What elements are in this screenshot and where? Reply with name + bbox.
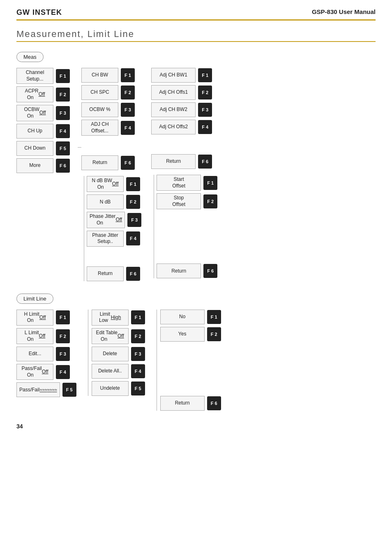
list-item: L LimitOn Off F 2 bbox=[16, 328, 76, 344]
meas-col2b: N dB BWOn Off F 1 N dB F 2 Phase JitterO… bbox=[84, 176, 141, 281]
f5-key[interactable]: F 5 bbox=[56, 141, 70, 155]
list-item: Return F 6 bbox=[151, 154, 217, 169]
f2-key[interactable]: F 2 bbox=[126, 195, 140, 209]
f2-key[interactable]: F 2 bbox=[203, 194, 217, 208]
f6-key[interactable]: F 6 bbox=[207, 396, 221, 410]
list-item: StartOffset F 1 bbox=[157, 175, 217, 191]
chup-label: CH Up bbox=[16, 124, 53, 139]
startoffset-label: StartOffset bbox=[157, 175, 201, 191]
f4-key[interactable]: F 4 bbox=[56, 365, 70, 379]
meas-col2-wrapper: CH BW F 1 CH SPC F 2 OCBW % F 3 ADJ CHOf… bbox=[81, 68, 145, 281]
f6-key[interactable]: F 6 bbox=[56, 159, 70, 173]
empty-row bbox=[81, 138, 141, 153]
f2-key[interactable]: F 2 bbox=[56, 88, 70, 102]
adjchbw2-label: Adj CH BW2 bbox=[151, 102, 196, 117]
return-label: Return bbox=[160, 396, 205, 411]
f4-key[interactable]: F 4 bbox=[131, 364, 145, 378]
list-item: Adj CH Offs2 F 4 bbox=[151, 120, 217, 134]
f3-key[interactable]: F 3 bbox=[198, 103, 212, 117]
passfail-wave-label: Pass/Fail≈≈≈ ≈≈ ≈≈ bbox=[16, 382, 60, 397]
empty-row bbox=[87, 249, 141, 264]
empty-row bbox=[157, 246, 217, 261]
f5-key[interactable]: F 5 bbox=[131, 382, 145, 395]
f5-key[interactable]: F 5 bbox=[62, 383, 76, 397]
manual-title: GSP-830 User Manual bbox=[312, 8, 376, 15]
list-item: CH BW F 1 bbox=[81, 68, 141, 83]
f1-key[interactable]: F 1 bbox=[121, 68, 135, 82]
logo: GW INSTEK bbox=[16, 8, 62, 17]
list-item: Phase JitterSetup.. F 4 bbox=[87, 231, 141, 247]
llimit-label: L LimitOn Off bbox=[16, 328, 53, 344]
list-item: Return F 6 bbox=[81, 155, 141, 170]
limit-col1: H LimitOn Off F 1 L LimitOn Off F 2 Edit… bbox=[16, 310, 76, 398]
f4-key[interactable]: F 4 bbox=[198, 120, 212, 134]
list-item: Return F 6 bbox=[157, 264, 217, 278]
f2-key[interactable]: F 2 bbox=[56, 329, 70, 343]
return-label: Return bbox=[81, 155, 118, 170]
limit-col3: No F 1 Yes F 2 Return F 6 bbox=[157, 310, 221, 411]
list-item: H LimitOn Off F 1 bbox=[16, 310, 76, 326]
limit-col2-wrapper: LimitLow High F 1 Edit TableOn Off F 2 D… bbox=[88, 310, 149, 396]
f4-key[interactable]: F 4 bbox=[121, 121, 135, 135]
return-label: Return bbox=[157, 264, 201, 278]
list-item: Return F 6 bbox=[160, 396, 221, 411]
phasejitter-on-label: Phase JitterOn Off bbox=[87, 212, 125, 228]
f3-key[interactable]: F 3 bbox=[121, 103, 135, 117]
f4-key[interactable]: F 4 bbox=[126, 231, 140, 245]
f2-key[interactable]: F 2 bbox=[198, 86, 212, 99]
undelete-label: Undelete bbox=[92, 381, 129, 396]
f6-key[interactable]: F 6 bbox=[126, 267, 140, 281]
limitlowhigh-label: LimitLow High bbox=[92, 310, 129, 326]
adjchoffs1-label: Adj CH Offs1 bbox=[151, 85, 196, 100]
f2-key[interactable]: F 2 bbox=[207, 327, 221, 341]
f3-key[interactable]: F 3 bbox=[131, 347, 145, 361]
list-item: CH SPC F 2 bbox=[81, 85, 141, 100]
stopoffset-label: StopOffset bbox=[157, 193, 201, 209]
list-item: LimitLow High F 1 bbox=[92, 310, 145, 326]
f3-key[interactable]: F 3 bbox=[56, 106, 70, 120]
meas-col3b: StartOffset F 1 StopOffset F 2 Return F … bbox=[154, 175, 217, 278]
f6-key[interactable]: F 6 bbox=[198, 155, 212, 169]
phasejitter-setup-label: Phase JitterSetup.. bbox=[87, 231, 124, 247]
f1-key[interactable]: F 1 bbox=[126, 177, 140, 191]
empty-row bbox=[160, 361, 221, 376]
meas-section: Meas ChannelSetup... F 1 ACPROn Off F 2 … bbox=[16, 52, 376, 281]
f4-key[interactable]: F 4 bbox=[56, 124, 70, 138]
f1-key[interactable]: F 1 bbox=[198, 68, 212, 82]
f3-key[interactable]: F 3 bbox=[56, 347, 70, 361]
f1-key[interactable]: F 1 bbox=[56, 69, 70, 83]
adjch-label: ADJ CHOffset... bbox=[81, 120, 118, 136]
f2-key[interactable]: F 2 bbox=[131, 329, 145, 343]
f1-key[interactable]: F 1 bbox=[56, 310, 70, 324]
f1-key[interactable]: F 1 bbox=[203, 176, 217, 190]
list-item: Edit... F 3 bbox=[16, 347, 76, 361]
yes-label: Yes bbox=[160, 327, 205, 342]
list-item: Undelete F 5 bbox=[92, 381, 145, 396]
delete-label: Delete bbox=[92, 347, 129, 361]
empty-row bbox=[160, 379, 221, 393]
list-item: Pass/FailOn Off F 4 bbox=[16, 364, 76, 380]
f1-key[interactable]: F 1 bbox=[131, 310, 145, 324]
return-label: Return bbox=[151, 154, 196, 169]
f3-key[interactable]: F 3 bbox=[127, 213, 141, 227]
list-item: CH Up F 4 bbox=[16, 124, 70, 139]
adjchbw1-label: Adj CH BW1 bbox=[151, 68, 196, 83]
list-item: Adj CH BW2 F 3 bbox=[151, 102, 217, 117]
ocbwpct-label: OCBW % bbox=[81, 102, 118, 117]
limit-section: Limit Line H LimitOn Off F 1 L LimitOn O… bbox=[16, 294, 376, 411]
chspc-label: CH SPC bbox=[81, 85, 118, 100]
edittable-label: Edit TableOn Off bbox=[92, 328, 129, 344]
list-item: More F 6 bbox=[16, 158, 70, 173]
no-label: No bbox=[160, 310, 205, 324]
list-item: Delete F 3 bbox=[92, 347, 145, 361]
f1-key[interactable]: F 1 bbox=[207, 310, 221, 324]
header: GW INSTEK GSP-830 User Manual bbox=[16, 8, 376, 21]
list-item: Yes F 2 bbox=[160, 327, 221, 342]
v-connector-meas bbox=[74, 68, 81, 150]
f6-key[interactable]: F 6 bbox=[121, 156, 135, 170]
more-label: More bbox=[16, 158, 53, 173]
list-item: N dB BWOn Off F 1 bbox=[87, 176, 141, 192]
f2-key[interactable]: F 2 bbox=[121, 86, 135, 99]
page-title: Measurement, Limit Line bbox=[16, 29, 376, 42]
f6-key[interactable]: F 6 bbox=[203, 264, 217, 278]
